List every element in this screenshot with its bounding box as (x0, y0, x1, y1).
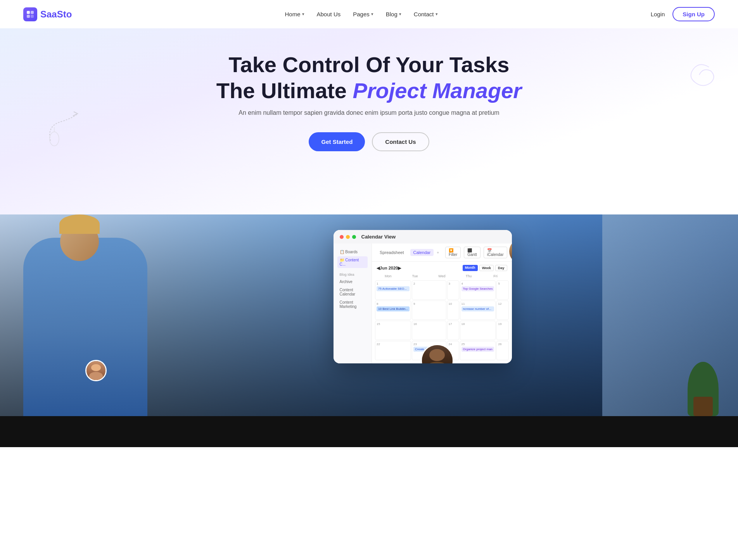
cal-cell-19[interactable]: 19 (496, 321, 508, 340)
logo-text: SaaSto (40, 9, 72, 20)
navbar: SaaSto Home ▾ About Us Pages ▾ Blog ▾ (0, 0, 738, 28)
nav-item-about[interactable]: About Us (317, 11, 341, 17)
plant-pot (693, 397, 713, 416)
hero-background: Calendar View 📋 Boards 📁 Content C... Bl… (0, 214, 738, 416)
chevron-down-icon: ▾ (399, 12, 401, 17)
cal-event-25[interactable]: Organize project man (461, 347, 494, 352)
hero-title: Take Control Of Your Tasks The Ultimate … (23, 52, 715, 104)
chevron-down-icon: ▾ (436, 12, 438, 17)
day-view-button[interactable]: Day (495, 265, 507, 271)
cal-cell-18[interactable]: 18 (460, 321, 496, 340)
hero-buttons: Get Started Contact Us (23, 132, 715, 151)
minimize-dot (346, 235, 350, 239)
svg-rect-1 (31, 11, 34, 14)
hero-image-section: Calendar View 📋 Boards 📁 Content C... Bl… (0, 214, 738, 416)
decoration-spiral-right (684, 59, 715, 90)
nav-item-home[interactable]: Home ▾ (285, 11, 304, 17)
calendar-month: Jun 2020 (380, 266, 398, 270)
nav-item-blog[interactable]: Blog ▾ (386, 11, 401, 17)
cal-cell-3[interactable]: 3 (447, 280, 459, 300)
cal-cell-16[interactable]: 16 (412, 321, 446, 340)
cal-event-1[interactable]: 75 Actionable SEO... (377, 286, 410, 291)
cal-event-8[interactable]: 10 Best Link Buildin... (377, 306, 410, 311)
cal-cell-2[interactable]: 2 (412, 280, 446, 300)
filter-button[interactable]: 🔽 Filter (445, 247, 461, 258)
sidebar-archive[interactable]: Archive (337, 278, 368, 285)
calendar-day-labels: Mon Tue Wed Thu Fri (375, 273, 508, 279)
person-body (23, 238, 147, 416)
week-view-button[interactable]: Week (479, 265, 494, 271)
tab-spreadsheet[interactable]: Spreadsheet (377, 249, 407, 256)
cal-cell-9[interactable]: 9 (412, 301, 446, 320)
sidebar-boards[interactable]: 📋 Boards (337, 248, 368, 256)
tab-calendar[interactable]: Calendar (410, 249, 434, 256)
bottom-section (0, 416, 738, 447)
chevron-down-icon: ▾ (371, 12, 373, 17)
cal-cell-25[interactable]: 25 Organize project man (460, 341, 496, 360)
cal-cell-5[interactable]: 5 (496, 280, 508, 300)
icalendar-button[interactable]: 📅 iCalendar (484, 247, 507, 258)
nav-item-contact[interactable]: Contact ▾ (414, 11, 438, 17)
logo-icon (23, 7, 37, 21)
calendar-header: ◀ Jun 2020 ▶ Month Week Day (375, 265, 508, 271)
sidebar-calendar[interactable]: Content Calendar (337, 286, 368, 298)
sidebar-content[interactable]: 📁 Content C... (337, 256, 368, 268)
hero-section: Take Control Of Your Tasks The Ultimate … (0, 28, 738, 214)
hero-subtitle: An enim nullam tempor sapien gravida don… (23, 107, 715, 118)
nav-actions: Login Sign Up (651, 7, 715, 21)
login-button[interactable]: Login (651, 11, 665, 17)
card-header: Calendar View (334, 230, 512, 244)
cal-cell-22[interactable]: 22 (375, 341, 411, 360)
svg-rect-3 (31, 15, 34, 18)
cal-event-11[interactable]: ncrease number of... (461, 306, 494, 311)
sidebar-marketing[interactable]: Content Marketing (337, 299, 368, 310)
nav-item-pages[interactable]: Pages ▾ (353, 11, 373, 17)
cal-cell-8[interactable]: 8 10 Best Link Buildin... (375, 301, 411, 320)
cal-cell-15[interactable]: 15 (375, 321, 411, 340)
get-started-button[interactable]: Get Started (309, 132, 365, 151)
svg-rect-2 (27, 15, 30, 18)
signup-button[interactable]: Sign Up (672, 7, 715, 21)
card-toolbar: Spreadsheet Calendar + 🔽 Filter ⬛ Gantt … (372, 244, 512, 262)
cal-cell-4[interactable]: 4 Top Google Searches (460, 280, 496, 300)
close-dot (340, 235, 344, 239)
sidebar-subheader: Blog Idea (337, 271, 368, 278)
month-view-button[interactable]: Month (463, 265, 478, 271)
decoration-arrow-left (39, 106, 85, 152)
card-sidebar: 📋 Boards 📁 Content C... Blog Idea Archiv… (334, 244, 372, 363)
person-hair (59, 214, 100, 234)
svg-rect-0 (27, 11, 30, 14)
gantt-button[interactable]: ⬛ Gantt (464, 247, 480, 258)
contact-us-button[interactable]: Contact Us (372, 132, 429, 151)
card-title: Calendar View (361, 234, 396, 240)
logo[interactable]: SaaSto (23, 7, 72, 21)
chevron-down-icon: ▾ (302, 12, 304, 17)
cal-cell-10[interactable]: 10 (447, 301, 459, 320)
cal-cell-12[interactable]: 12 (496, 301, 508, 320)
avatar-bottom-left (85, 360, 107, 381)
cal-cell-1[interactable]: 1 75 Actionable SEO... (375, 280, 411, 300)
cal-cell-17[interactable]: 17 (447, 321, 459, 340)
cal-cell-26[interactable]: 26 (496, 341, 508, 360)
maximize-dot (352, 235, 356, 239)
card-body: 📋 Boards 📁 Content C... Blog Idea Archiv… (334, 244, 512, 363)
app-card: Calendar View 📋 Boards 📁 Content C... Bl… (334, 230, 512, 363)
svg-point-4 (50, 132, 59, 146)
nav-links: Home ▾ About Us Pages ▾ Blog ▾ Contact ▾ (285, 11, 438, 17)
cal-cell-11[interactable]: 11 ncrease number of... (460, 301, 496, 320)
cal-event-4[interactable]: Top Google Searches (461, 286, 494, 291)
